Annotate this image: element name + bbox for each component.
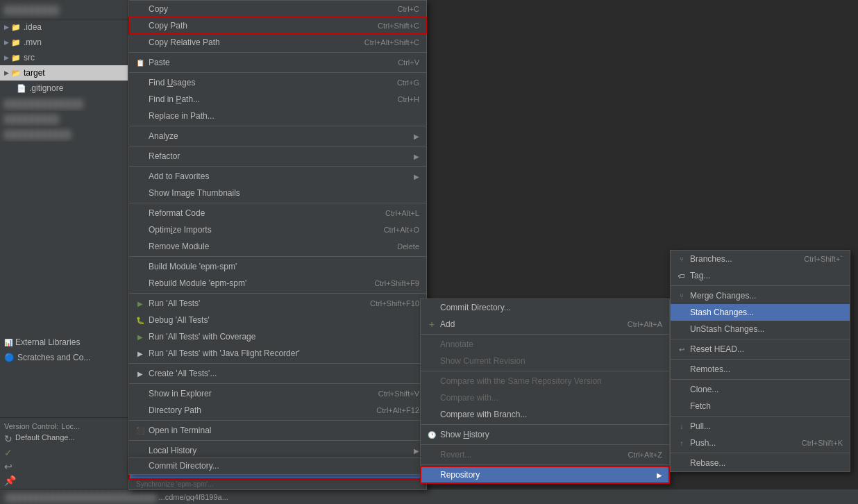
separator	[671, 416, 850, 417]
terminal-icon: ⬛	[135, 425, 146, 436]
menu-item-open-in-terminal[interactable]: ⬛ Open in Terminal	[129, 422, 426, 439]
menu-item-show-image-thumbnails[interactable]: Show Image Thumbnails	[129, 185, 426, 201]
menu-item-copy[interactable]: Copy Ctrl+C	[129, 1, 426, 17]
vc-pin-icon[interactable]: 📌	[4, 475, 16, 486]
repo-merge-changes[interactable]: ⑂ Merge Changes...	[671, 287, 850, 304]
repo-revert[interactable]: Revert... Ctrl+Alt+Z	[421, 446, 669, 463]
repo-compare-with[interactable]: Compare with...	[421, 389, 669, 406]
git-commit-directory[interactable]: Commit Directory...	[129, 457, 426, 474]
folder-icon: 📁	[11, 23, 21, 32]
sidebar-item-src[interactable]: ▶ 📁 src	[0, 50, 128, 65]
separator	[129, 126, 426, 126]
history-icon: 🕐	[426, 429, 437, 440]
separator	[421, 464, 669, 465]
git-repository-submenu: Commit Directory... + Add Ctrl+Alt+A Ann…	[420, 299, 670, 484]
repo-show-history[interactable]: 🕐 Show History	[421, 426, 669, 443]
menu-item-paste[interactable]: 📋 Paste Ctrl+V	[129, 54, 426, 71]
repo-annotate[interactable]: Annotate	[421, 336, 669, 353]
vc-sync-icon[interactable]: ↻	[4, 433, 12, 444]
repo-compare-with-branch[interactable]: Compare with Branch...	[421, 406, 669, 423]
repo-unstash-changes[interactable]: UnStash Changes...	[671, 321, 850, 337]
expand-arrow: ▶	[4, 24, 9, 31]
separator	[129, 256, 426, 257]
sidebar-item-idea[interactable]: ▶ 📁 .idea	[0, 19, 128, 35]
menu-item-run-with-coverage[interactable]: ▶ Run 'All Tests' with Coverage	[129, 328, 426, 345]
menu-item-debug-all-tests[interactable]: 🐛 Debug 'All Tests'	[129, 312, 426, 328]
menu-item-copy-path[interactable]: Copy Path Ctrl+Shift+C	[129, 17, 426, 34]
repo-repository[interactable]: Repository ▶	[421, 467, 669, 483]
menu-item-replace-in-path[interactable]: Replace in Path...	[129, 108, 426, 124]
separator	[129, 293, 426, 294]
branches-icon: ⑂	[676, 253, 687, 264]
repo-fetch[interactable]: Fetch	[671, 398, 850, 414]
separator	[129, 72, 426, 73]
folder-icon: 📂	[11, 69, 21, 78]
sidebar-item-external-libraries[interactable]: 📊 External Libraries	[0, 335, 128, 350]
repo-commit-directory[interactable]: Commit Directory...	[421, 299, 669, 316]
separator	[421, 424, 669, 425]
sidebar-item-blurred-1: ▓▓▓▓▓▓▓▓▓▓▓▓▓	[0, 96, 128, 111]
separator	[421, 371, 669, 371]
submenu-arrow: ▶	[414, 153, 419, 160]
separator	[421, 334, 669, 335]
repo-branches[interactable]: ⑂ Branches... Ctrl+Shift+`	[671, 251, 850, 267]
status-path: ...cdme/gq4f8199a...	[159, 493, 228, 501]
menu-item-remove-module[interactable]: Remove Module Delete	[129, 238, 426, 255]
menu-item-create-all-tests[interactable]: ▶ Create 'All Tests'...	[129, 365, 426, 382]
repo-show-current-revision[interactable]: Show Current Revision	[421, 353, 669, 369]
repo-compare-same-repo[interactable]: Compare with the Same Repository Version	[421, 373, 669, 389]
sidebar-item-mvn[interactable]: ▶ 📁 .mvn	[0, 35, 128, 50]
vc-tab[interactable]: Loc...	[61, 422, 80, 430]
menu-item-analyze[interactable]: Analyze ▶	[129, 128, 426, 144]
folder-icon: 📁	[11, 38, 21, 47]
expand-arrow: ▶	[4, 39, 9, 46]
repo-remotes[interactable]: Remotes...	[671, 361, 850, 378]
menu-item-run-with-flight-recorder[interactable]: ▶ Run 'All Tests' with 'Java Flight Reco…	[129, 345, 426, 362]
separator	[671, 359, 850, 360]
separator	[129, 440, 426, 441]
separator	[421, 444, 669, 445]
menu-item-build-module[interactable]: Build Module 'epm-spm'	[129, 258, 426, 275]
menu-item-copy-relative-path[interactable]: Copy Relative Path Ctrl+Alt+Shift+C	[129, 34, 426, 51]
menu-item-run-all-tests[interactable]: ▶ Run 'All Tests' Ctrl+Shift+F10	[129, 295, 426, 312]
repo-clone[interactable]: Clone...	[671, 381, 850, 398]
submenu-arrow: ▶	[414, 173, 419, 180]
menu-item-show-in-explorer[interactable]: Show in Explorer Ctrl+Shift+V	[129, 385, 426, 402]
menu-item-find-in-path[interactable]: Find in Path... Ctrl+H	[129, 91, 426, 108]
synchronize-hint: Synchronize 'epm-spm'...	[129, 479, 426, 489]
debug-icon: 🐛	[135, 314, 146, 326]
sidebar-item-scratches[interactable]: 🔵 Scratches and Co...	[0, 350, 128, 365]
repo-stash-changes[interactable]: Stash Changes...	[671, 304, 850, 321]
repo-add[interactable]: + Add Ctrl+Alt+A	[421, 316, 669, 333]
vc-check-icon[interactable]: ✓	[4, 447, 12, 458]
menu-item-optimize-imports[interactable]: Optimize Imports Ctrl+Alt+O	[129, 221, 426, 238]
separator	[129, 420, 426, 421]
sidebar-item-label: .idea	[24, 22, 42, 32]
vc-revert-icon[interactable]: ↩	[4, 461, 12, 472]
separator	[671, 453, 850, 453]
repo-pull[interactable]: ↓ Pull...	[671, 418, 850, 435]
menu-item-refactor[interactable]: Refactor ▶	[129, 148, 426, 165]
sidebar-item-target[interactable]: ▶ 📂 target	[0, 65, 128, 81]
repo-rebase[interactable]: Rebase...	[671, 455, 850, 471]
repo-tag[interactable]: 🏷 Tag...	[671, 267, 850, 284]
menu-item-find-usages[interactable]: Find Usages Ctrl+G	[129, 74, 426, 91]
sidebar-item-gitignore[interactable]: 📄 .gitignore	[0, 81, 128, 96]
separator	[671, 339, 850, 339]
sidebar-item-label: target	[24, 68, 45, 78]
repo-push[interactable]: ↑ Push... Ctrl+Shift+K	[671, 435, 850, 451]
menu-item-reformat-code[interactable]: Reformat Code Ctrl+Alt+L	[129, 205, 426, 221]
separator	[129, 363, 426, 364]
menu-item-rebuild-module[interactable]: Rebuild Module 'epm-spm' Ctrl+Shift+F9	[129, 275, 426, 292]
menu-item-directory-path[interactable]: Directory Path Ctrl+Alt+F12	[129, 402, 426, 419]
sidebar-item-label: .gitignore	[29, 83, 63, 93]
repo-reset-head[interactable]: ↩ Reset HEAD...	[671, 341, 850, 358]
separator	[671, 379, 850, 380]
reset-icon: ↩	[676, 344, 687, 355]
create-icon: ▶	[135, 368, 146, 379]
run-icon: ▶	[135, 298, 146, 309]
expand-arrow: ▶	[4, 54, 9, 61]
status-bar: ▓▓▓▓▓▓▓▓▓▓▓▓▓▓▓▓▓▓▓▓▓▓▓▓▓▓▓ ...cdme/gq4f…	[0, 489, 858, 504]
flight-icon: ▶	[135, 348, 146, 359]
menu-item-add-to-favorites[interactable]: Add to Favorites ▶	[129, 168, 426, 185]
